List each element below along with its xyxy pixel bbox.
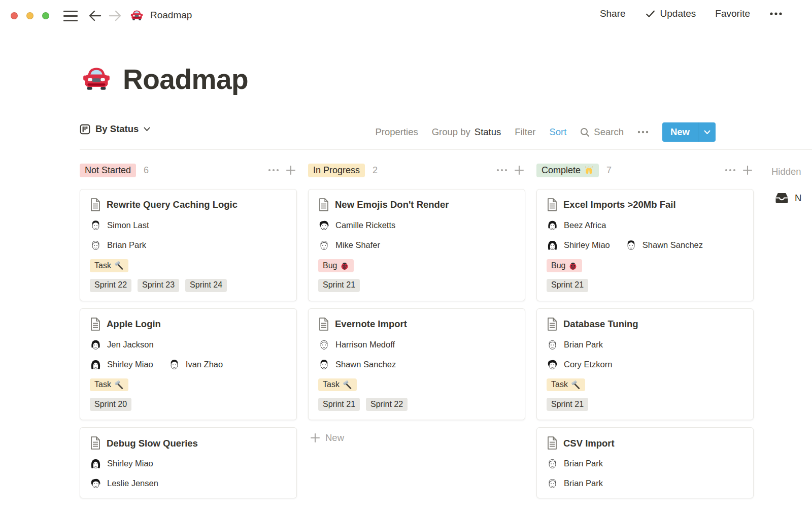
- person-name: Shirley Miao: [564, 240, 610, 250]
- tag-pill-task[interactable]: Task: [318, 378, 357, 392]
- person-row: Cory Etzkorn: [547, 359, 743, 370]
- person-harrison-medoff[interactable]: Harrison Medoff: [318, 339, 395, 351]
- board-card-rewrite-query-caching-logic[interactable]: Rewrite Query Caching Logic Simon Last B…: [80, 189, 297, 301]
- column-more-icon[interactable]: [267, 164, 280, 176]
- tag-pill-bug[interactable]: Bug: [547, 259, 582, 272]
- person-shirley-miao[interactable]: Shirley Miao: [90, 359, 153, 370]
- person-name: Harrison Medoff: [335, 340, 395, 350]
- tag-pill-task[interactable]: Task: [90, 378, 128, 392]
- favorite-button[interactable]: Favorite: [715, 8, 750, 19]
- sprint-pill-sprint-21[interactable]: Sprint 21: [318, 398, 360, 411]
- person-leslie-jensen[interactable]: Leslie Jensen: [90, 478, 158, 489]
- page-doc-icon: [318, 198, 329, 211]
- back-arrow-icon[interactable]: [87, 8, 103, 23]
- person-brian-park[interactable]: Brian Park: [547, 458, 603, 469]
- person-brian-park[interactable]: Brian Park: [90, 239, 146, 251]
- avatar: [547, 339, 558, 351]
- sprint-pill-sprint-21[interactable]: Sprint 21: [547, 279, 588, 292]
- person-name: Shirley Miao: [107, 459, 153, 468]
- new-button[interactable]: New: [662, 122, 716, 142]
- person-simon-last[interactable]: Simon Last: [90, 219, 149, 231]
- avatar: [625, 239, 637, 251]
- person-ivan-zhao[interactable]: Ivan Zhao: [168, 359, 223, 370]
- sprint-pill-sprint-21[interactable]: Sprint 21: [547, 398, 588, 411]
- sprint-pill-sprint-20[interactable]: Sprint 20: [90, 398, 131, 411]
- person-jen-jackson[interactable]: Jen Jackson: [90, 339, 154, 351]
- board-card-apple-login[interactable]: Apple Login Jen Jackson Shirley Miao Iva…: [80, 308, 297, 421]
- sprint-row: Sprint 22Sprint 23Sprint 24: [90, 279, 287, 292]
- page-doc-icon: [90, 436, 101, 450]
- group-by-button[interactable]: Group by Status: [432, 126, 501, 138]
- column-more-icon[interactable]: [496, 164, 508, 176]
- column-add-icon[interactable]: [741, 164, 754, 176]
- avatar: [168, 359, 180, 370]
- add-card-button[interactable]: New: [310, 432, 525, 443]
- person-row: Brian Park: [547, 458, 743, 469]
- updates-button[interactable]: Updates: [645, 8, 696, 19]
- minimize-window-button[interactable]: [26, 12, 33, 19]
- new-button-chevron-icon[interactable]: [698, 122, 716, 142]
- sprint-row: Sprint 21: [547, 279, 743, 292]
- inbox-icon: [775, 192, 789, 204]
- sprint-pill-sprint-21[interactable]: Sprint 21: [318, 279, 360, 292]
- tag-label: Task: [94, 261, 111, 271]
- new-button-label[interactable]: New: [662, 122, 698, 142]
- toolbar-more-icon[interactable]: [637, 131, 649, 134]
- close-window-button[interactable]: [11, 12, 18, 19]
- more-options-icon[interactable]: [769, 12, 783, 16]
- board-card-debug-slow-queries[interactable]: Debug Slow Queries Shirley Miao Leslie J…: [80, 427, 297, 498]
- sprint-pill-sprint-23[interactable]: Sprint 23: [138, 279, 179, 292]
- hidden-column-group[interactable]: N: [775, 192, 801, 204]
- tag-pill-bug[interactable]: Bug: [318, 259, 354, 272]
- board-card-new-emojis-don-t-render[interactable]: New Emojis Don't Render Camille Ricketts…: [308, 189, 525, 301]
- board-card-csv-import[interactable]: CSV Import Brian Park Brian Park: [536, 427, 754, 498]
- column-status-pill[interactable]: Not Started: [80, 164, 136, 177]
- kanban-board: Hidden N Not Started6 Rewrite Query Cach…: [0, 163, 812, 508]
- person-camille-ricketts[interactable]: Camille Ricketts: [318, 219, 395, 231]
- hidden-columns-label: Hidden: [771, 166, 801, 177]
- person-brian-park[interactable]: Brian Park: [547, 339, 603, 351]
- forward-arrow-icon[interactable]: [108, 8, 123, 23]
- column-add-icon[interactable]: [513, 164, 525, 176]
- person-cory-etzkorn[interactable]: Cory Etzkorn: [547, 359, 612, 370]
- person-row: Brian Park: [547, 478, 743, 489]
- sprint-pill-sprint-22[interactable]: Sprint 22: [366, 398, 408, 411]
- page-doc-icon: [318, 318, 329, 331]
- person-shirley-miao[interactable]: Shirley Miao: [90, 458, 153, 469]
- board-card-database-tuning[interactable]: Database Tuning Brian Park Cory EtzkornT…: [536, 308, 754, 421]
- board-card-excel-imports-20mb-fail[interactable]: Excel Imports >20Mb Fail Beez Africa Shi…: [536, 189, 754, 301]
- column-more-icon[interactable]: [724, 164, 736, 176]
- hammer-icon: [114, 261, 124, 270]
- column-status-pill[interactable]: Complete: [536, 164, 599, 177]
- sprint-pill-sprint-22[interactable]: Sprint 22: [90, 279, 131, 292]
- search-button[interactable]: Search: [580, 126, 624, 138]
- person-mike-shafer[interactable]: Mike Shafer: [318, 239, 380, 251]
- person-beez-africa[interactable]: Beez Africa: [547, 219, 606, 231]
- person-brian-park[interactable]: Brian Park: [547, 478, 603, 489]
- view-switcher-by-status[interactable]: By Status: [80, 123, 150, 135]
- person-shawn-sanchez[interactable]: Shawn Sanchez: [625, 239, 703, 251]
- properties-button[interactable]: Properties: [375, 126, 418, 138]
- sprint-pill-sprint-24[interactable]: Sprint 24: [185, 279, 227, 292]
- share-button[interactable]: Share: [600, 8, 626, 19]
- person-shawn-sanchez[interactable]: Shawn Sanchez: [318, 359, 396, 370]
- card-title: New Emojis Don't Render: [335, 199, 449, 210]
- tag-pill-task[interactable]: Task: [547, 378, 585, 392]
- sidebar-menu-icon[interactable]: [63, 11, 78, 21]
- person-shirley-miao[interactable]: Shirley Miao: [547, 239, 610, 251]
- board-column-complete: Complete 7 Excel Imports >20Mb Fail Beez…: [536, 163, 754, 505]
- sort-button[interactable]: Sort: [549, 126, 566, 138]
- column-header: Not Started6: [80, 163, 297, 178]
- column-add-icon[interactable]: [285, 164, 297, 176]
- tag-row: Bug: [318, 259, 515, 272]
- maximize-window-button[interactable]: [42, 12, 49, 19]
- column-header: In Progress2: [308, 163, 525, 178]
- column-status-pill[interactable]: In Progress: [308, 164, 365, 177]
- tag-pill-task[interactable]: Task: [90, 259, 128, 272]
- filter-button[interactable]: Filter: [515, 126, 535, 138]
- column-count: 6: [144, 165, 149, 176]
- person-name: Leslie Jensen: [107, 479, 158, 488]
- card-title-row: Excel Imports >20Mb Fail: [547, 198, 743, 211]
- board-card-evernote-import[interactable]: Evernote Import Harrison Medoff Shawn Sa…: [308, 308, 525, 421]
- board-view-icon: [80, 124, 90, 135]
